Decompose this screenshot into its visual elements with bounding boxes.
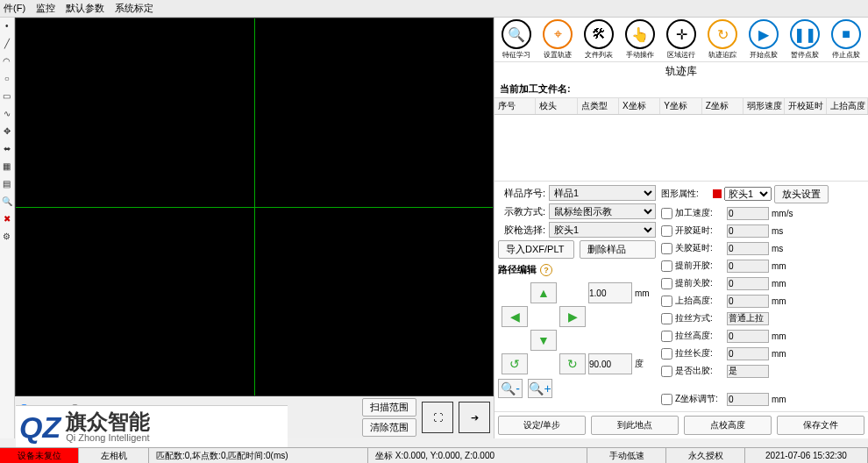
param-input-7[interactable]	[727, 330, 769, 343]
param-input-3[interactable]	[727, 260, 769, 273]
tool-rect-icon[interactable]: ▭	[1, 89, 13, 102]
param-check-1[interactable]	[661, 225, 672, 237]
status-device: 设备未复位	[0, 448, 79, 463]
tool-wave-icon[interactable]: ∿	[1, 107, 13, 119]
tool-grid-icon[interactable]: ▦	[1, 160, 13, 172]
stop-button[interactable]: ■停止点胶	[826, 18, 866, 61]
help-icon[interactable]: ?	[540, 264, 552, 276]
fit-screen-icon[interactable]: ⛶	[422, 402, 453, 433]
head-settings-button[interactable]: 放头设置	[774, 185, 829, 203]
goto-point-button[interactable]: 到此地点	[591, 416, 679, 435]
logo: QZ 旗众智能 Qi Zhong Intelligent	[16, 405, 288, 447]
tool-arc-icon[interactable]: ◠	[1, 54, 13, 67]
tool-delete-icon[interactable]: ✖	[1, 212, 13, 224]
status-time: 2021-07-06 15:32:30	[745, 448, 868, 463]
status-match: 匹配数:0,坏点数:0,匹配时间:0(ms)	[149, 448, 368, 463]
statusbar: 设备未复位 左相机 匹配数:0,坏点数:0,匹配时间:0(ms) 坐标 X:0.…	[0, 447, 868, 463]
pause-button[interactable]: ❚❚暂停点胶	[785, 18, 825, 61]
param-check-4[interactable]	[661, 278, 672, 289]
rotate-ccw-button[interactable]: ↺	[502, 353, 528, 374]
param-check-6[interactable]	[661, 313, 672, 324]
save-file-button[interactable]: 保存文件	[777, 416, 864, 435]
area-run-button[interactable]: ✛区域运行	[661, 18, 701, 61]
start-button[interactable]: ▶开始点胶	[743, 18, 784, 61]
z-adjust-input[interactable]	[727, 393, 769, 406]
viewport[interactable]	[15, 18, 494, 396]
crosshair-vertical	[254, 18, 255, 395]
clear-range-button[interactable]: 清除范围	[362, 418, 416, 437]
point-height-button[interactable]: 点校高度	[684, 416, 772, 435]
tool-point-icon[interactable]: •	[1, 19, 13, 32]
teach-mode-select[interactable]: 鼠标绘图示教	[549, 203, 656, 219]
delete-sample-button[interactable]: 删除样品	[580, 240, 656, 259]
status-auth: 永久授权	[666, 448, 745, 463]
menu-system[interactable]: 系统标定	[115, 2, 153, 15]
param-input-5[interactable]	[727, 295, 769, 308]
zoom-out-button[interactable]: 🔍-	[498, 379, 523, 398]
status-speed: 手动低速	[587, 448, 666, 463]
param-input-2[interactable]	[727, 242, 769, 255]
param-input-6[interactable]	[727, 312, 769, 325]
z-adjust-checkbox[interactable]	[661, 394, 672, 405]
tool-line-icon[interactable]: ╱	[1, 37, 13, 49]
track-trace-button[interactable]: ↻轨迹追踪	[702, 18, 743, 61]
gun-select[interactable]: 胶头1	[549, 222, 656, 238]
table-header: 序号校头点类型 X坐标Y坐标Z坐标 弱形速度开校延时上抬高度	[494, 98, 868, 115]
step-input[interactable]	[588, 282, 632, 303]
param-input-4[interactable]	[727, 277, 769, 290]
bottom-buttons: 设定/单步 到此地点 点校高度 保存文件	[494, 411, 868, 438]
tool-circle-icon[interactable]: ○	[1, 72, 13, 84]
menu-file[interactable]: 件(F)	[4, 2, 25, 15]
param-input-0[interactable]	[727, 207, 769, 220]
manual-op-button[interactable]: 👆手动操作	[620, 18, 660, 61]
nav-up-button[interactable]: ▲	[530, 282, 557, 303]
status-coord: 坐标 X:0.000, Y:0.000, Z:0.000	[368, 448, 587, 463]
param-input-9[interactable]	[727, 365, 769, 378]
param-check-0[interactable]	[661, 208, 672, 219]
rotate-cw-button[interactable]: ↻	[559, 353, 586, 374]
menubar: 件(F) 监控 默认参数 系统标定	[0, 0, 868, 18]
param-check-8[interactable]	[661, 348, 672, 360]
nav-left-button[interactable]: ◀	[502, 306, 528, 327]
top-toolbar: 🔍特征学习 ⌖设置轨迹 🛠文件列表 👆手动操作 ✛区域运行 ↻轨迹追踪 ▶开始点…	[494, 18, 868, 62]
param-check-2[interactable]	[661, 243, 672, 254]
current-file-row: 当前加工文件名:	[494, 81, 868, 98]
tool-settings-icon[interactable]: ⚙	[1, 230, 13, 242]
param-check-9[interactable]	[661, 366, 672, 377]
angle-input[interactable]	[588, 353, 632, 374]
feature-learn-button[interactable]: 🔍特征学习	[496, 18, 537, 61]
path-edit-title: 路径编辑 ?	[498, 263, 656, 276]
param-check-7[interactable]	[661, 331, 672, 342]
zoom-in-button[interactable]: 🔍+	[528, 379, 552, 398]
menu-params[interactable]: 默认参数	[66, 2, 104, 15]
set-step-button[interactable]: 设定/单步	[498, 416, 586, 435]
nav-down-button[interactable]: ▼	[530, 330, 557, 351]
import-dxf-button[interactable]: 导入DXF/PLT	[498, 240, 574, 259]
library-title: 轨迹库	[494, 62, 868, 81]
color-swatch	[713, 189, 722, 198]
graphic-attr-select[interactable]: 胶头1	[724, 187, 772, 201]
tool-zoom-icon[interactable]: 🔍	[1, 195, 13, 207]
file-list-button[interactable]: 🛠文件列表	[579, 18, 619, 61]
status-camera: 左相机	[79, 448, 149, 463]
tool-layers-icon[interactable]: ▤	[1, 177, 13, 189]
sample-select[interactable]: 样品1	[549, 185, 656, 201]
table-body[interactable]	[494, 115, 868, 181]
param-check-3[interactable]	[661, 260, 672, 272]
tool-pan-icon[interactable]: ⬌	[1, 142, 13, 154]
param-input-8[interactable]	[727, 347, 769, 360]
scan-range-button[interactable]: 扫描范围	[362, 398, 416, 417]
go-icon[interactable]: ➔	[459, 402, 490, 433]
tool-move-icon[interactable]: ✥	[1, 125, 13, 137]
param-input-1[interactable]	[727, 224, 769, 238]
left-toolbar: • ╱ ◠ ○ ▭ ∿ ✥ ⬌ ▦ ▤ 🔍 ✖ ⚙	[0, 18, 15, 438]
param-check-5[interactable]	[661, 296, 672, 307]
set-track-button[interactable]: ⌖设置轨迹	[537, 18, 578, 61]
menu-monitor[interactable]: 监控	[36, 2, 55, 15]
nav-right-button[interactable]: ▶	[559, 306, 586, 327]
